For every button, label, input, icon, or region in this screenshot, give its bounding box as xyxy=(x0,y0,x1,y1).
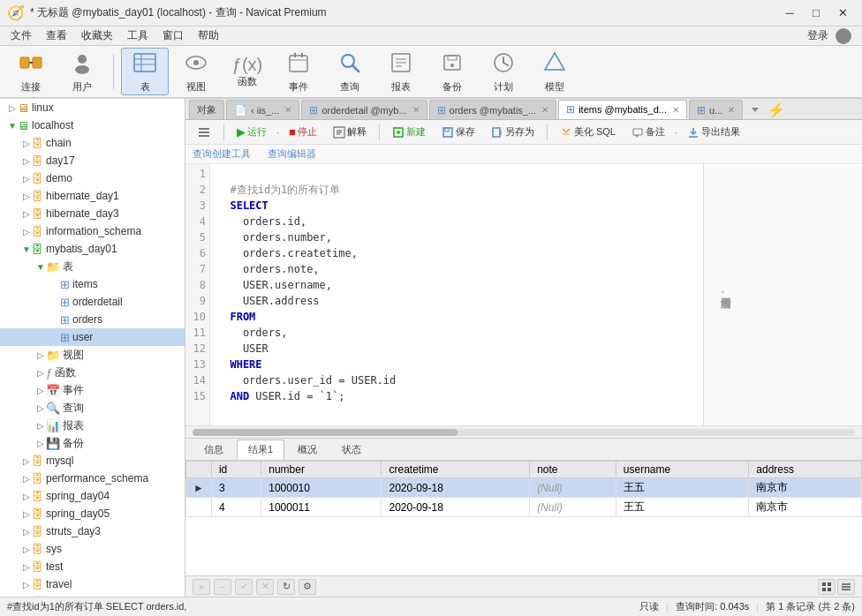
result-tab-info[interactable]: 信息 xyxy=(193,439,235,460)
tab-label: ‹ iis_... xyxy=(251,105,279,116)
sidebar-item-chain[interactable]: ▷ 🗄 chain xyxy=(0,134,185,152)
minimize-button[interactable]: ─ xyxy=(777,4,802,22)
toolbar-report[interactable]: 报表 xyxy=(377,48,425,95)
toolbar-view[interactable]: 视图 xyxy=(172,48,220,95)
menu-tools[interactable]: 工具 xyxy=(120,26,155,45)
col-header-number[interactable]: number xyxy=(261,462,382,478)
breadcrumb-tools[interactable]: 查询创建工具 xyxy=(193,147,251,161)
sidebar-item-table-folder[interactable]: ▼ 📁 表 xyxy=(0,258,185,275)
toolbar-func[interactable]: ƒ(x) 函数 xyxy=(223,48,271,95)
sidebar-item-query-folder[interactable]: ▷ 🔍 查询 xyxy=(0,399,185,417)
new-button[interactable]: 新建 xyxy=(386,123,432,141)
tab-nav-button[interactable]: ⚡ xyxy=(766,100,787,119)
tab-items[interactable]: ⊞ items @mybatis_d... ✕ xyxy=(558,100,687,119)
maximize-button[interactable]: □ xyxy=(804,4,828,22)
login-button[interactable]: 登录 xyxy=(800,26,858,46)
list-view-button[interactable] xyxy=(837,579,855,595)
tab-close-button[interactable]: ✕ xyxy=(541,105,548,115)
result-delete-button[interactable]: − xyxy=(214,579,231,595)
sidebar-item-localhost[interactable]: ▼ 🖥 localhost xyxy=(0,116,185,134)
hamburger-button[interactable] xyxy=(191,123,217,142)
toolbar-connect[interactable]: 连接 xyxy=(7,48,55,95)
sidebar-item-event-folder[interactable]: ▷ 📅 事件 xyxy=(0,381,185,399)
menu-window[interactable]: 窗口 xyxy=(155,26,191,45)
sidebar-item-orderdetail[interactable]: ▷ ⊞ orderdetail xyxy=(0,293,185,311)
save-as-button[interactable]: 另存为 xyxy=(485,123,541,141)
result-add-button[interactable]: + xyxy=(193,579,210,595)
tab-more-button[interactable] xyxy=(745,100,766,119)
sidebar-item-view-folder[interactable]: ▷ 📁 视图 xyxy=(0,346,185,364)
tab-u[interactable]: ⊞ u... ✕ xyxy=(689,100,743,119)
view-icon xyxy=(184,50,208,79)
table-row[interactable]: ► 3 1000010 2020-09-18 (Null) 王五 南京市 xyxy=(186,478,862,498)
result-tab-result1[interactable]: 结果1 xyxy=(237,439,284,460)
sidebar-item-mysql[interactable]: ▷ 🗄 mysql xyxy=(0,452,185,470)
result-tab-overview[interactable]: 概况 xyxy=(286,439,329,460)
menu-view[interactable]: 查看 xyxy=(39,26,74,45)
export-button[interactable]: 导出结果 xyxy=(681,123,746,141)
stop-button[interactable]: ■ 停止 xyxy=(283,123,323,141)
sidebar-item-mybatis[interactable]: ▼ 🗄 mybatis_day01 xyxy=(0,240,185,258)
sidebar-item-items[interactable]: ▷ ⊞ items xyxy=(0,275,185,293)
tab-close-button[interactable]: ✕ xyxy=(412,105,420,115)
code-content[interactable]: #查找id为1的所有订单 SELECT orders.id, orders.nu… xyxy=(210,164,703,425)
toolbar-table[interactable]: 表 xyxy=(121,48,169,95)
col-header-id[interactable]: id xyxy=(211,462,261,478)
tab-object[interactable]: 对象 xyxy=(189,100,224,119)
sidebar-item-report-folder[interactable]: ▷ 📊 报表 xyxy=(0,417,185,434)
col-header-note[interactable]: note xyxy=(530,462,616,478)
tab-orders[interactable]: ⊞ orders @mybatis_... ✕ xyxy=(429,100,557,119)
menu-file[interactable]: 文件 xyxy=(4,26,39,45)
toolbar-query[interactable]: 查询 xyxy=(326,48,374,95)
sidebar-item-spring5[interactable]: ▷ 🗄 spring_day05 xyxy=(0,505,185,522)
sidebar-item-demo[interactable]: ▷ 🗄 demo xyxy=(0,169,185,187)
editor-hscrollbar[interactable] xyxy=(185,425,862,438)
col-header-username[interactable]: username xyxy=(616,462,749,478)
sidebar-item-func-folder[interactable]: ▷ ƒ 函数 xyxy=(0,364,185,381)
close-button[interactable]: ✕ xyxy=(830,4,855,22)
sidebar-item-travel[interactable]: ▷ 🗄 travel xyxy=(0,575,185,593)
comment-button[interactable]: 备注 xyxy=(625,123,671,141)
toolbar-schedule[interactable]: 计划 xyxy=(480,48,527,95)
sidebar-item-user[interactable]: ▷ ⊞ user xyxy=(0,328,185,346)
sidebar-item-struts[interactable]: ▷ 🗄 struts_day3 xyxy=(0,522,185,540)
hscroll-thumb[interactable] xyxy=(193,429,457,436)
sidebar-item-info-schema[interactable]: ▷ 🗄 information_schema xyxy=(0,222,185,240)
run-button[interactable]: ▶ 运行 xyxy=(231,123,273,141)
sidebar-item-orders[interactable]: ▷ ⊞ orders xyxy=(0,311,185,328)
tab-close-button[interactable]: ✕ xyxy=(728,105,735,115)
sidebar-item-day17[interactable]: ▷ 🗄 day17 xyxy=(0,152,185,169)
menu-help[interactable]: 帮助 xyxy=(191,26,226,45)
beautify-button[interactable]: 美化 SQL xyxy=(554,123,622,141)
result-confirm-button[interactable]: ✓ xyxy=(235,579,253,595)
sidebar-item-sys[interactable]: ▷ 🗄 sys xyxy=(0,540,185,558)
toolbar-user[interactable]: 用户 xyxy=(58,48,106,95)
grid-view-button[interactable] xyxy=(818,579,836,595)
toolbar-model[interactable]: 模型 xyxy=(531,48,578,95)
sidebar-item-backup-folder[interactable]: ▷ 💾 备份 xyxy=(0,434,185,452)
sidebar-item-hibernate3[interactable]: ▷ 🗄 hibernate_day3 xyxy=(0,205,185,222)
sidebar-item-hibernate1[interactable]: ▷ 🗄 hibernate_day1 xyxy=(0,187,185,205)
sidebar-item-linux[interactable]: ▷ 🖥 linux xyxy=(0,99,185,116)
sidebar-item-perf[interactable]: ▷ 🗄 performance_schema xyxy=(0,470,185,487)
result-settings-button[interactable]: ⚙ xyxy=(299,579,316,595)
toolbar-event[interactable]: 事件 xyxy=(275,48,322,95)
col-header-createtime[interactable]: createtime xyxy=(382,462,530,478)
sidebar-item-spring4[interactable]: ▷ 🗄 spring_day04 xyxy=(0,487,185,505)
breadcrumb-editor[interactable]: 查询编辑器 xyxy=(268,147,316,161)
result-refresh-button[interactable]: ↻ xyxy=(277,579,295,595)
tab-close-button[interactable]: ✕ xyxy=(284,105,291,115)
tab-orderdetail[interactable]: ⊞ orderdetail @myb... ✕ xyxy=(301,100,427,119)
tab-iis[interactable]: 📄 ‹ iis_... ✕ xyxy=(226,100,299,119)
table-row[interactable]: 4 1000011 2020-09-18 (Null) 王五 南京市 xyxy=(186,498,862,517)
sidebar-item-webssh[interactable]: ▷ 🗄 web-ssh xyxy=(0,593,185,597)
result-tab-status[interactable]: 状态 xyxy=(330,439,373,460)
sidebar-item-test[interactable]: ▷ 🗄 test xyxy=(0,558,185,575)
result-cancel-button[interactable]: ✕ xyxy=(256,579,274,595)
toolbar-backup[interactable]: 备份 xyxy=(428,48,476,95)
explain-button[interactable]: 解释 xyxy=(327,123,373,141)
col-header-address[interactable]: address xyxy=(749,462,862,478)
tab-close-button[interactable]: ✕ xyxy=(672,105,679,115)
save-button[interactable]: 保存 xyxy=(435,123,481,141)
menu-favorites[interactable]: 收藏夹 xyxy=(74,26,120,45)
